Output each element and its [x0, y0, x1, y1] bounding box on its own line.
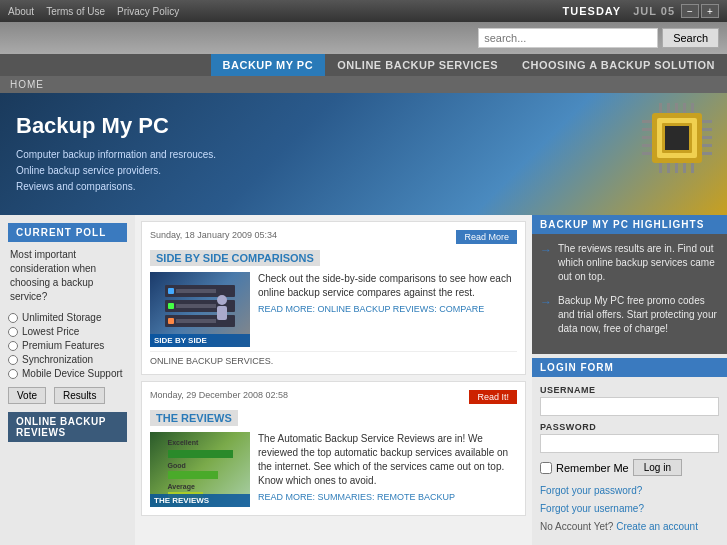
article-thumb-1: SIDE BY SIDE: [150, 272, 250, 347]
nav-minus-button[interactable]: −: [681, 4, 699, 18]
article-header-2: Monday, 29 December 2008 02:58 Read It!: [150, 390, 517, 404]
search-input[interactable]: [478, 28, 658, 48]
poll-option-label-3: Premium Features: [22, 340, 104, 351]
hero-description: Computer backup information and resrouce…: [16, 147, 711, 195]
right-sidebar: BACKUP MY PC HIGHLIGHTS → The reviews re…: [532, 215, 727, 545]
article-footer-1: ONLINE BACKUP SERVICES.: [150, 351, 517, 366]
svg-rect-6: [642, 136, 652, 139]
vote-button[interactable]: Vote: [8, 387, 46, 404]
svg-rect-25: [168, 288, 174, 294]
svg-rect-34: [217, 306, 227, 320]
online-backup-header: ONLINE BACKUP REVIEWS: [16, 416, 106, 438]
article-text-2: The Automatic Backup Service Reviews are…: [258, 432, 517, 507]
about-link[interactable]: About: [8, 6, 34, 17]
username-input[interactable]: [540, 397, 719, 416]
poll-option-label-5: Mobile Device Support: [22, 368, 123, 379]
nav-tab-services[interactable]: ONLINE BACKUP SERVICES: [325, 54, 510, 76]
remember-me-checkbox[interactable]: [540, 462, 552, 474]
svg-rect-17: [683, 103, 686, 113]
main-nav: BACKUP MY PC ONLINE BACKUP SERVICES CHOO…: [0, 54, 727, 76]
poll-question: Most important consideration when choosi…: [8, 248, 127, 304]
hero-image: [637, 98, 717, 178]
privacy-link[interactable]: Privacy Policy: [117, 6, 179, 17]
svg-rect-19: [659, 163, 662, 173]
hero-title: Backup My PC: [16, 113, 711, 139]
login-section: LOGIN FORM USERNAME PASSWORD Remember Me…: [532, 358, 727, 544]
search-button[interactable]: Search: [662, 28, 719, 48]
highlight-item-2: → Backup My PC free promo codes and tria…: [540, 294, 719, 336]
svg-rect-32: [176, 319, 216, 323]
results-button[interactable]: Results: [54, 387, 105, 404]
forgot-password-link[interactable]: Forgot your password?: [540, 485, 642, 496]
login-button[interactable]: Log in: [633, 459, 682, 476]
svg-rect-18: [691, 103, 694, 113]
terms-link[interactable]: Terms of Use: [46, 6, 105, 17]
search-bar: Search: [0, 22, 727, 54]
poll-option-1: Unlimited Storage: [8, 312, 127, 323]
svg-rect-21: [675, 163, 678, 173]
svg-rect-16: [675, 103, 678, 113]
article-body-1: SIDE BY SIDE Check out the side-by-side …: [150, 272, 517, 347]
article-body-text-2: The Automatic Backup Service Reviews are…: [258, 432, 517, 488]
password-input[interactable]: [540, 434, 719, 453]
svg-rect-13: [702, 152, 712, 155]
article-title-2: THE REVIEWS: [150, 410, 517, 432]
highlight-item-1: → The reviews results are in. Find out w…: [540, 242, 719, 284]
forgot-username-link[interactable]: Forgot your username?: [540, 503, 644, 514]
svg-rect-29: [176, 304, 216, 308]
nav-buttons: − +: [681, 4, 719, 18]
poll-section: CURRENT POLL Most important consideratio…: [8, 223, 127, 404]
create-account-link[interactable]: Create an account: [616, 521, 698, 532]
breadcrumb: HOME: [0, 76, 727, 93]
article-header-1: Sunday, 18 January 2009 05:34 Read More: [150, 230, 517, 244]
article-thumb-label-2: THE REVIEWS: [150, 494, 250, 507]
svg-rect-28: [168, 303, 174, 309]
article-body-text-1: Check out the side-by-side comparisons t…: [258, 272, 517, 300]
poll-radio-3[interactable]: [8, 341, 18, 351]
no-account-text: No Account Yet?: [540, 521, 613, 532]
poll-option-4: Synchronization: [8, 354, 127, 365]
svg-point-33: [217, 295, 227, 305]
svg-rect-4: [642, 120, 652, 123]
top-bar: About Terms of Use Privacy Policy TUESDA…: [0, 0, 727, 22]
poll-option-label-1: Unlimited Storage: [22, 312, 101, 323]
read-more-button-1[interactable]: Read More: [456, 230, 517, 244]
article-title-text-1: SIDE BY SIDE COMPARISONS: [150, 250, 320, 266]
svg-rect-20: [667, 163, 670, 173]
nav-tab-choosing[interactable]: CHOOSING A BACKUP SOLUTION: [510, 54, 727, 76]
highlights-section: BACKUP MY PC HIGHLIGHTS → The reviews re…: [532, 215, 727, 354]
center-content: Sunday, 18 January 2009 05:34 Read More …: [135, 215, 532, 545]
article-read-more-link-2[interactable]: READ MORE: SUMMARIES: REMOTE BACKUP: [258, 492, 517, 502]
article-date-2: Monday, 29 December 2008 02:58: [150, 390, 288, 400]
article-thumb-2: Excellent Good Average THE REVIEWS: [150, 432, 250, 507]
svg-rect-11: [702, 136, 712, 139]
left-sidebar: CURRENT POLL Most important consideratio…: [0, 215, 135, 545]
highlights-header: BACKUP MY PC HIGHLIGHTS: [532, 215, 727, 234]
top-right: TUESDAY JUL 05 − +: [563, 4, 719, 18]
poll-radio-2[interactable]: [8, 327, 18, 337]
online-backup-section: ONLINE BACKUP REVIEWS: [8, 412, 127, 442]
arrow-icon-2: →: [540, 294, 552, 336]
highlight-text-1: The reviews results are in. Find out whi…: [558, 242, 719, 284]
svg-rect-22: [683, 163, 686, 173]
poll-radio-5[interactable]: [8, 369, 18, 379]
remember-me-label: Remember Me: [556, 462, 629, 474]
read-more-button-2[interactable]: Read It!: [469, 390, 517, 404]
username-label: USERNAME: [540, 385, 719, 395]
arrow-icon-1: →: [540, 242, 552, 284]
poll-radio-1[interactable]: [8, 313, 18, 323]
login-row: Remember Me Log in: [540, 459, 719, 476]
article-body-2: Excellent Good Average THE REVIEWS The A…: [150, 432, 517, 507]
day-label: TUESDAY: [563, 5, 621, 17]
login-header: LOGIN FORM: [532, 358, 727, 377]
poll-option-2: Lowest Price: [8, 326, 127, 337]
svg-rect-14: [659, 103, 662, 113]
svg-rect-3: [665, 126, 689, 150]
nav-plus-button[interactable]: +: [701, 4, 719, 18]
poll-radio-4[interactable]: [8, 355, 18, 365]
nav-tab-backup[interactable]: BACKUP MY PC: [211, 54, 326, 76]
svg-rect-26: [176, 289, 216, 293]
article-read-more-link-1[interactable]: READ MORE: ONLINE BACKUP REVIEWS: COMPAR…: [258, 304, 517, 314]
highlight-text-2: Backup My PC free promo codes and trial …: [558, 294, 719, 336]
login-links: Forgot your password? Forgot your userna…: [540, 482, 719, 536]
